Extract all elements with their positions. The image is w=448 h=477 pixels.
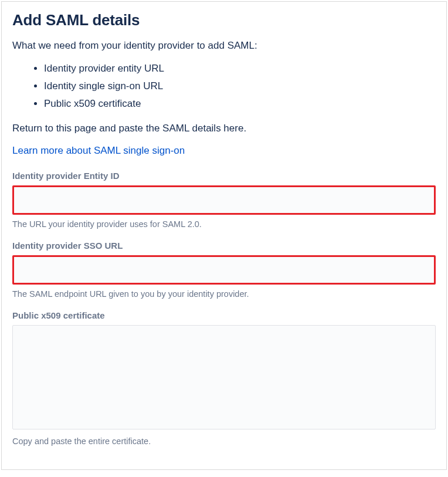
entity-id-label: Identity provider Entity ID <box>12 171 436 181</box>
page-title: Add SAML details <box>12 11 436 29</box>
certificate-label: Public x509 certificate <box>12 310 436 320</box>
entity-id-input[interactable] <box>12 185 436 215</box>
sso-url-input[interactable] <box>12 255 436 285</box>
sso-url-label: Identity provider SSO URL <box>12 241 436 251</box>
learn-more-link[interactable]: Learn more about SAML single sign-on <box>12 145 185 157</box>
list-item: Public x509 certificate <box>44 95 436 113</box>
sso-url-helper: The SAML endpoint URL given to you by yo… <box>12 289 436 299</box>
list-item: Identity provider entity URL <box>44 60 436 77</box>
certificate-textarea[interactable] <box>12 325 436 429</box>
intro-text: What we need from your identity provider… <box>12 40 436 52</box>
list-item: Identity single sign-on URL <box>44 77 436 95</box>
sso-url-group: Identity provider SSO URL The SAML endpo… <box>12 241 436 299</box>
entity-id-group: Identity provider Entity ID The URL your… <box>12 171 436 229</box>
requirements-list: Identity provider entity URL Identity si… <box>12 60 436 112</box>
entity-id-helper: The URL your identity provider uses for … <box>12 219 436 229</box>
certificate-helper: Copy and paste the entire certificate. <box>12 437 436 446</box>
return-instruction: Return to this page and paste the SAML d… <box>12 123 436 134</box>
saml-details-panel: Add SAML details What we need from your … <box>1 1 447 470</box>
certificate-group: Public x509 certificate Copy and paste t… <box>12 310 436 446</box>
